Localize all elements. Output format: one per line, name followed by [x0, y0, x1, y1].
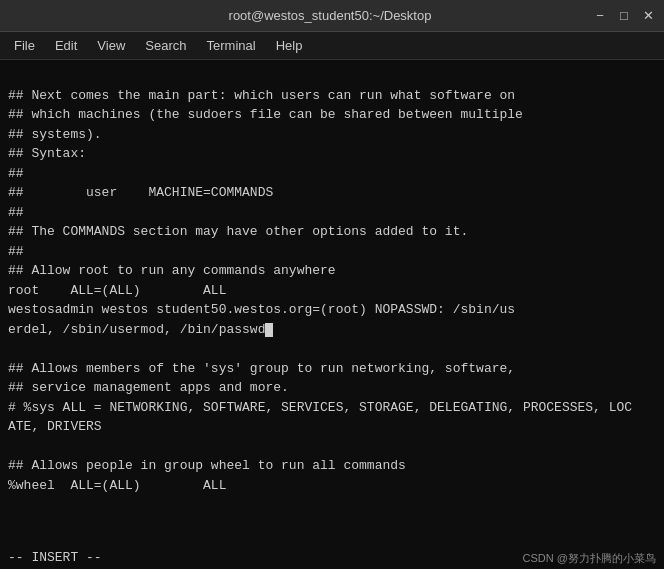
menu-file[interactable]: File: [6, 35, 43, 56]
terminal-line-17: # %sys ALL = NETWORKING, SOFTWARE, SERVI…: [8, 400, 632, 415]
window-title: root@westos_student50:~/Desktop: [68, 8, 592, 23]
terminal-line-9: ##: [8, 244, 24, 259]
menu-view[interactable]: View: [89, 35, 133, 56]
menu-help[interactable]: Help: [268, 35, 311, 56]
menu-edit[interactable]: Edit: [47, 35, 85, 56]
window-controls: − □ ✕: [592, 8, 656, 23]
status-bar: -- INSERT -- CSDN @努力扑腾的小菜鸟: [0, 547, 664, 569]
title-bar: root@westos_student50:~/Desktop − □ ✕: [0, 0, 664, 32]
terminal-content[interactable]: ## Next comes the main part: which users…: [0, 60, 664, 569]
terminal-line-15: ## Allows members of the 'sys' group to …: [8, 361, 515, 376]
terminal-line-8: ## The COMMANDS section may have other o…: [8, 224, 468, 239]
terminal-line-5: ##: [8, 166, 24, 181]
text-cursor: [265, 323, 273, 337]
terminal-line-18: ATE, DRIVERS: [8, 419, 102, 434]
terminal-line-21: %wheel ALL=(ALL) ALL: [8, 478, 226, 493]
terminal-line-12: westosadmin westos student50.westos.org=…: [8, 302, 515, 317]
terminal-line-3: ## systems).: [8, 127, 102, 142]
menu-search[interactable]: Search: [137, 35, 194, 56]
menu-bar: File Edit View Search Terminal Help: [0, 32, 664, 60]
terminal-line-2: ## which machines (the sudoers file can …: [8, 107, 523, 122]
insert-mode-indicator: -- INSERT --: [8, 548, 102, 568]
watermark-text: CSDN @努力扑腾的小菜鸟: [523, 550, 656, 567]
close-button[interactable]: ✕: [640, 8, 656, 23]
terminal-line-6: ## user MACHINE=COMMANDS: [8, 185, 273, 200]
terminal-line-1: ## Next comes the main part: which users…: [8, 88, 515, 103]
terminal-line-16: ## service management apps and more.: [8, 380, 289, 395]
terminal-line-7: ##: [8, 205, 24, 220]
terminal-line-4: ## Syntax:: [8, 146, 86, 161]
terminal-line-10: ## Allow root to run any commands anywhe…: [8, 263, 336, 278]
minimize-button[interactable]: −: [592, 8, 608, 23]
terminal-line-20: ## Allows people in group wheel to run a…: [8, 458, 406, 473]
maximize-button[interactable]: □: [616, 8, 632, 23]
menu-terminal[interactable]: Terminal: [199, 35, 264, 56]
terminal-line-13: erdel, /sbin/usermod, /bin/passwd: [8, 322, 273, 337]
terminal-line-11: root ALL=(ALL) ALL: [8, 283, 226, 298]
